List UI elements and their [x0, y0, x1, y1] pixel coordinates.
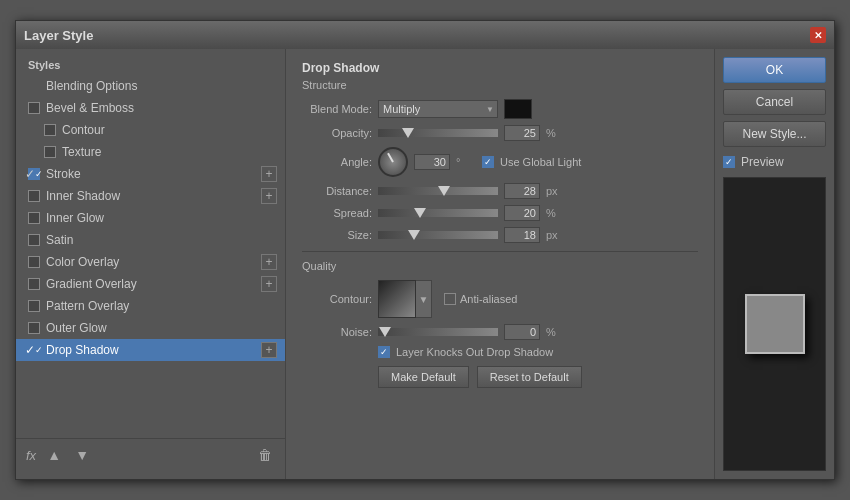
- sidebar-item-pattern-overlay[interactable]: Pattern Overlay: [16, 295, 285, 317]
- sidebar-item-inner-glow[interactable]: Inner Glow: [16, 207, 285, 229]
- sidebar-item-label-stroke: Stroke: [46, 167, 275, 181]
- blend-mode-wrapper: Multiply Normal Screen Overlay: [378, 100, 498, 118]
- checkbox-inner-shadow[interactable]: [28, 190, 40, 202]
- layer-knocks-out-row: ✓ Layer Knocks Out Drop Shadow: [302, 346, 698, 358]
- make-default-button[interactable]: Make Default: [378, 366, 469, 388]
- move-down-button[interactable]: ▼: [72, 445, 92, 465]
- noise-slider-track[interactable]: [378, 328, 498, 336]
- plus-button-color-overlay[interactable]: +: [261, 254, 277, 270]
- sidebar-item-contour[interactable]: Contour: [16, 119, 285, 141]
- distance-unit: px: [546, 185, 566, 197]
- sidebar-item-label-contour: Contour: [62, 123, 275, 137]
- left-panel: Styles Blending OptionsBevel & EmbossCon…: [16, 49, 286, 479]
- sidebar-item-label-outer-glow: Outer Glow: [46, 321, 275, 335]
- sidebar-item-blending-options[interactable]: Blending Options: [16, 75, 285, 97]
- contour-arrow-button[interactable]: ▼: [416, 280, 432, 318]
- sidebar-item-drop-shadow[interactable]: ✓Drop Shadow+: [16, 339, 285, 361]
- angle-wheel[interactable]: [378, 147, 408, 177]
- checkbox-stroke[interactable]: ✓: [28, 168, 40, 180]
- quality-label: Quality: [302, 260, 698, 272]
- section-title: Drop Shadow: [302, 61, 698, 75]
- layer-knocks-out-checkbox[interactable]: ✓: [378, 346, 390, 358]
- sidebar-item-label-satin: Satin: [46, 233, 275, 247]
- opacity-value[interactable]: [504, 125, 540, 141]
- checkbox-contour[interactable]: [44, 124, 56, 136]
- action-buttons-row: Make Default Reset to Default: [378, 366, 698, 388]
- size-slider-track[interactable]: [378, 231, 498, 239]
- spread-slider-track[interactable]: [378, 209, 498, 217]
- angle-value[interactable]: [414, 154, 450, 170]
- checkbox-color-overlay[interactable]: [28, 256, 40, 268]
- close-button[interactable]: ✕: [810, 27, 826, 43]
- styles-label: Styles: [16, 57, 285, 75]
- spread-unit: %: [546, 207, 566, 219]
- opacity-slider-track[interactable]: [378, 129, 498, 137]
- size-unit: px: [546, 229, 566, 241]
- anti-alias-label: Anti-aliased: [460, 293, 517, 305]
- plus-button-inner-shadow[interactable]: +: [261, 188, 277, 204]
- contour-dropdown: ▼: [378, 280, 432, 318]
- preview-checkbox[interactable]: ✓: [723, 156, 735, 168]
- distance-value[interactable]: [504, 183, 540, 199]
- sidebar-item-label-pattern-overlay: Pattern Overlay: [46, 299, 275, 313]
- right-panel: OK Cancel New Style... ✓ Preview: [714, 49, 834, 479]
- sidebar-item-outer-glow[interactable]: Outer Glow: [16, 317, 285, 339]
- checkbox-texture[interactable]: [44, 146, 56, 158]
- distance-row: Distance: px: [302, 183, 698, 199]
- noise-row: Noise: %: [302, 324, 698, 340]
- sidebar-item-label-bevel-emboss: Bevel & Emboss: [46, 101, 275, 115]
- dialog-body: Styles Blending OptionsBevel & EmbossCon…: [16, 49, 834, 479]
- preview-content: [745, 294, 805, 354]
- middle-panel: Drop Shadow Structure Blend Mode: Multip…: [286, 49, 714, 479]
- checkbox-satin[interactable]: [28, 234, 40, 246]
- plus-button-stroke[interactable]: +: [261, 166, 277, 182]
- bottom-bar: fx ▲ ▼ 🗑: [16, 438, 285, 471]
- contour-row: Contour: ▼ Anti-aliased: [302, 280, 698, 318]
- use-global-light-checkbox[interactable]: ✓: [482, 156, 494, 168]
- checkbox-gradient-overlay[interactable]: [28, 278, 40, 290]
- contour-preview[interactable]: [378, 280, 416, 318]
- plus-button-drop-shadow[interactable]: +: [261, 342, 277, 358]
- sidebar-item-color-overlay[interactable]: Color Overlay+: [16, 251, 285, 273]
- checkbox-inner-glow[interactable]: [28, 212, 40, 224]
- cancel-button[interactable]: Cancel: [723, 89, 826, 115]
- spread-value[interactable]: [504, 205, 540, 221]
- sidebar-item-inner-shadow[interactable]: Inner Shadow+: [16, 185, 285, 207]
- blend-mode-select[interactable]: Multiply Normal Screen Overlay: [378, 100, 498, 118]
- ok-button[interactable]: OK: [723, 57, 826, 83]
- sidebar-item-satin[interactable]: Satin: [16, 229, 285, 251]
- checkbox-pattern-overlay[interactable]: [28, 300, 40, 312]
- checkbox-bevel-emboss[interactable]: [28, 102, 40, 114]
- sidebar-item-label-gradient-overlay: Gradient Overlay: [46, 277, 275, 291]
- opacity-unit: %: [546, 127, 566, 139]
- new-style-button[interactable]: New Style...: [723, 121, 826, 147]
- blend-mode-color-swatch[interactable]: [504, 99, 532, 119]
- sidebar-item-label-inner-glow: Inner Glow: [46, 211, 275, 225]
- distance-slider-track[interactable]: [378, 187, 498, 195]
- checkbox-drop-shadow[interactable]: ✓: [28, 344, 40, 356]
- fx-label: fx: [26, 448, 36, 463]
- blend-mode-label: Blend Mode:: [302, 103, 372, 115]
- sidebar-item-texture[interactable]: Texture: [16, 141, 285, 163]
- move-up-button[interactable]: ▲: [44, 445, 64, 465]
- angle-unit: °: [456, 156, 476, 168]
- checkbox-outer-glow[interactable]: [28, 322, 40, 334]
- dialog-title: Layer Style: [24, 28, 93, 43]
- layer-items-list: Blending OptionsBevel & EmbossContourTex…: [16, 75, 285, 361]
- layer-knocks-out-label: Layer Knocks Out Drop Shadow: [396, 346, 553, 358]
- plus-button-gradient-overlay[interactable]: +: [261, 276, 277, 292]
- sidebar-item-bevel-emboss[interactable]: Bevel & Emboss: [16, 97, 285, 119]
- sidebar-item-gradient-overlay[interactable]: Gradient Overlay+: [16, 273, 285, 295]
- preview-row: ✓ Preview: [723, 153, 826, 171]
- preview-label: Preview: [741, 155, 784, 169]
- reset-to-default-button[interactable]: Reset to Default: [477, 366, 582, 388]
- preview-box: [723, 177, 826, 471]
- noise-label: Noise:: [302, 326, 372, 338]
- sidebar-item-stroke[interactable]: ✓Stroke+: [16, 163, 285, 185]
- size-value[interactable]: [504, 227, 540, 243]
- sidebar-item-label-inner-shadow: Inner Shadow: [46, 189, 275, 203]
- delete-button[interactable]: 🗑: [255, 445, 275, 465]
- anti-alias-checkbox[interactable]: [444, 293, 456, 305]
- sidebar-item-label-texture: Texture: [62, 145, 275, 159]
- noise-value[interactable]: [504, 324, 540, 340]
